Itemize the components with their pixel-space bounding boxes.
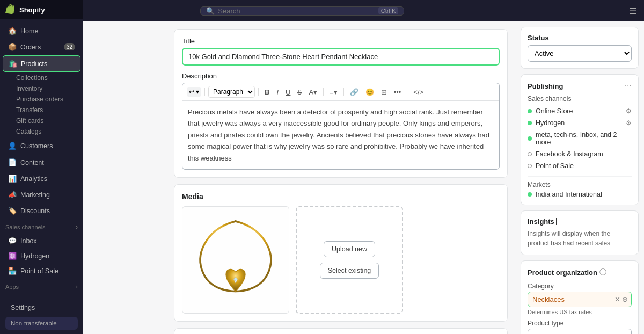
toolbar-sep1: [204, 88, 205, 96]
channel-dot-meta: [528, 136, 532, 141]
markets-label: Markets: [528, 181, 632, 188]
sidebar-sub-catalogs[interactable]: Catalogs: [0, 126, 83, 137]
color-btn[interactable]: A▾: [306, 86, 320, 98]
title-input[interactable]: [183, 49, 499, 64]
sidebar-item-content[interactable]: 📄 Content: [3, 155, 80, 170]
orders-icon: 📦: [8, 43, 17, 51]
apps-expand-icon[interactable]: ›: [76, 283, 78, 291]
non-transferable-badge[interactable]: Non-transferable: [5, 317, 78, 330]
upload-new-btn[interactable]: Upload new: [324, 241, 375, 257]
link-btn[interactable]: 🔗: [347, 86, 361, 98]
undo-icon: ↩: [189, 88, 194, 96]
sidebar-label-inbox: Inbox: [20, 237, 37, 245]
search-icon: 🔍: [206, 7, 215, 15]
sales-channels-section-label: Sales channels ›: [0, 219, 83, 233]
pricing-card: Pricing Price ₹ Compare-at price ⓘ: [174, 328, 508, 334]
product-type-input[interactable]: [528, 329, 632, 334]
category-input[interactable]: [528, 292, 611, 307]
category-input-wrapper: ✕ ⊕: [528, 292, 632, 307]
content-icon: 📄: [8, 158, 17, 166]
description-label: Description: [182, 72, 500, 80]
channel-label-online: Online Store: [536, 107, 622, 115]
more-btn[interactable]: •••: [391, 86, 404, 98]
toolbar-undo-btn[interactable]: ↩ ▾: [187, 87, 201, 97]
bold-btn[interactable]: B: [262, 86, 272, 98]
category-clear-icon[interactable]: ✕: [614, 295, 620, 303]
publishing-more-icon[interactable]: ···: [625, 81, 632, 91]
status-select[interactable]: Active Draft Archived: [528, 45, 632, 62]
insights-card: Insights Insights will display when the …: [521, 210, 639, 255]
category-note: Determines US tax rates: [528, 309, 632, 315]
italic-btn[interactable]: I: [274, 86, 281, 98]
shopify-logo-icon: [5, 4, 16, 15]
insights-header: Insights: [528, 217, 632, 226]
content-area: Title Description ↩ ▾ Paragraph: [166, 21, 515, 334]
insights-cursor: [556, 218, 557, 225]
publishing-card: Publishing ··· Sales channels Online Sto…: [521, 74, 639, 205]
category-search-icon[interactable]: ⊕: [622, 295, 628, 303]
sidebar-sub-purchase-orders[interactable]: Purchase orders: [0, 94, 83, 105]
customers-icon: 👤: [8, 142, 17, 150]
media-label: Media: [182, 192, 500, 201]
underline-btn[interactable]: U: [283, 86, 293, 98]
sidebar-sub-inventory[interactable]: Inventory: [0, 83, 83, 94]
media-grid: Upload new Select existing: [182, 206, 500, 314]
product-org-label: Product organization: [528, 268, 597, 277]
toolbar-sep2: [258, 88, 259, 96]
channel-meta: meta, tech-ns, Inbox, and 2 more: [528, 129, 632, 148]
markets-row: India and International: [528, 191, 632, 198]
channel-settings-online[interactable]: ⚙: [626, 107, 632, 115]
strikethrough-btn[interactable]: S̶: [295, 86, 304, 98]
sidebar-item-settings[interactable]: Settings: [5, 301, 78, 315]
category-field: Category ✕ ⊕ Determines US tax rates: [528, 282, 632, 315]
sidebar-item-products[interactable]: 🛍️ Products: [3, 55, 80, 72]
search-input[interactable]: [218, 7, 375, 15]
sidebar-label-analytics: Analytics: [20, 175, 47, 183]
sidebar-sub-gift-cards[interactable]: Gift cards: [0, 115, 83, 126]
channel-dot-hydrogen: [528, 121, 532, 125]
sidebar-sub-transfers[interactable]: Transfers: [0, 105, 83, 115]
title-input-wrapper: [182, 48, 500, 66]
search-box[interactable]: 🔍 Ctrl K: [200, 6, 404, 16]
status-card: Status Active Draft Archived: [521, 27, 639, 69]
sidebar-item-hydrogen[interactable]: ⚛️ Hydrogen: [3, 249, 80, 263]
channel-settings-hydrogen[interactable]: ⚙: [626, 119, 632, 127]
markets-value: India and International: [536, 191, 602, 198]
product-org-header: Product organization ⓘ: [528, 267, 632, 277]
sidebar-label-orders: Orders: [20, 43, 41, 51]
sidebar-label-content: Content: [20, 159, 44, 166]
align-btn[interactable]: ≡▾: [327, 86, 340, 98]
inbox-icon: 💬: [8, 237, 17, 245]
paragraph-select[interactable]: Paragraph: [208, 86, 255, 98]
product-org-info-icon[interactable]: ⓘ: [599, 267, 606, 277]
sidebar-item-pos[interactable]: 🏪 Point of Sale: [3, 264, 80, 278]
code-btn[interactable]: </>: [411, 86, 426, 98]
title-label: Title: [182, 37, 500, 45]
topbar-menu-icon[interactable]: ☰: [629, 6, 636, 16]
emoji-btn[interactable]: 😊: [363, 86, 377, 98]
markets-dot: [528, 192, 532, 197]
sidebar-item-home[interactable]: 🏠 Home: [3, 23, 80, 39]
channel-online-store: Online Store ⚙: [528, 105, 632, 117]
title-card: Title Description ↩ ▾ Paragraph: [174, 29, 508, 178]
right-panel: Status Active Draft Archived Publishing …: [515, 21, 644, 334]
insights-text: Insights will display when the product h…: [528, 229, 632, 248]
chevron-down-icon: ▾: [196, 88, 199, 96]
select-existing-btn[interactable]: Select existing: [320, 263, 379, 279]
sidebar-sub-collections[interactable]: Collections: [0, 72, 83, 83]
sidebar-item-orders[interactable]: 📦 Orders 32: [3, 39, 80, 55]
sidebar-item-analytics[interactable]: 📊 Analytics: [3, 171, 80, 186]
table-btn[interactable]: ⊞: [378, 86, 390, 98]
toolbar-sep3: [323, 88, 324, 96]
description-editor: ↩ ▾ Paragraph B I U S̶ A▾ ≡▾: [182, 83, 500, 170]
sidebar-item-inbox[interactable]: 💬 Inbox: [3, 234, 80, 248]
sidebar-item-customers[interactable]: 👤 Customers: [3, 138, 80, 154]
sidebar-label-customers: Customers: [20, 142, 53, 150]
channel-hydrogen: Hydrogen ⚙: [528, 117, 632, 129]
sidebar-item-marketing[interactable]: 📣 Marketing: [3, 187, 80, 202]
sidebar-header: Shopify: [0, 0, 83, 19]
sidebar-label-marketing: Marketing: [20, 191, 50, 199]
sidebar-item-discounts[interactable]: 🏷️ Discounts: [3, 203, 80, 219]
sales-channels-expand-icon[interactable]: ›: [76, 223, 78, 231]
necklace-svg: [187, 212, 284, 308]
